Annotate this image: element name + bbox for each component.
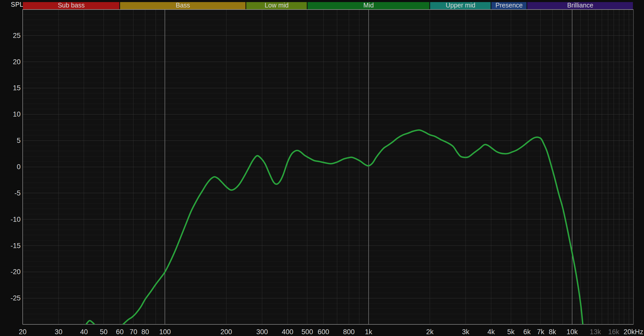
x-tick-label: 80 [141, 328, 149, 336]
x-tick-label: 500 [301, 328, 313, 336]
x-tick-label: 400 [282, 328, 293, 336]
band-label-low-mid: Low mid [265, 2, 289, 9]
y-tick-label: -10 [11, 216, 21, 223]
y-tick-label: -5 [14, 189, 21, 197]
x-tick-label: 1k [365, 328, 372, 336]
x-tick-label: 20 [19, 328, 27, 336]
x-tick-label: 16k [608, 328, 620, 336]
band-label-brilliance: Brilliance [567, 2, 593, 9]
x-tick-label: 6k [523, 328, 531, 336]
y-tick-label: 5 [17, 137, 21, 144]
band-label-presence: Presence [495, 2, 523, 9]
y-tick-label: 10 [13, 110, 21, 118]
x-tick-label: 200 [221, 328, 232, 336]
y-tick-label: 20 [13, 58, 21, 66]
x-tick-label: 800 [343, 328, 355, 336]
y-tick-label: -20 [11, 268, 21, 276]
x-tick-label: 2k [426, 328, 434, 336]
x-tick-label: 3k [462, 328, 470, 336]
x-tick-label: 100 [159, 328, 171, 336]
x-tick-label: 40 [80, 328, 88, 336]
band-label-bass: Bass [176, 2, 190, 9]
band-label-sub-bass: Sub bass [58, 2, 84, 9]
y-tick-label: 25 [13, 32, 21, 39]
x-tick-label: 4k [487, 328, 495, 336]
y-tick-label: 0 [17, 163, 21, 171]
y-tick-label: 15 [13, 84, 21, 92]
x-tick-label: 70 [130, 328, 137, 336]
band-label-mid: Mid [363, 2, 374, 9]
band-label-upper-mid: Upper mid [446, 2, 475, 9]
band-header: Sub bassBassLow midMidUpper midPresenceB… [23, 2, 633, 10]
x-tick-label: 30 [55, 328, 62, 336]
spl-chart: SPL Sub bassBassLow midMidUpper midPrese… [0, 0, 644, 336]
x-tick-label: 7k [537, 328, 544, 336]
x-tick-label: 5k [507, 328, 515, 336]
y-tick-labels: 2520151050-5-10-15-20-25 [11, 32, 21, 302]
x-tick-label: 10k [566, 328, 578, 336]
frequency-response-plot: Sub bassBassLow midMidUpper midPresenceB… [0, 0, 644, 336]
x-tick-label: 300 [256, 328, 268, 336]
x-tick-label: 60 [116, 328, 124, 336]
x-tick-label: 8k [549, 328, 556, 336]
x-tick-labels: 203040506070801002003004005006008001k2k3… [19, 328, 643, 336]
y-tick-label: -15 [11, 242, 21, 250]
x-tick-label: 50 [100, 328, 107, 336]
band-header-underline [23, 9, 633, 10]
x-tick-label: 600 [318, 328, 329, 336]
x-tick-label: 20kHz [624, 328, 643, 336]
y-tick-label: -25 [11, 294, 21, 302]
x-tick-label: 13k [590, 328, 601, 336]
